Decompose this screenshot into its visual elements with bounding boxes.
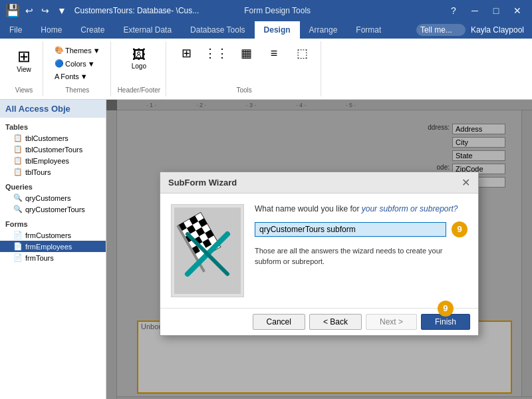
colors-dropdown-icon: ▼ [88, 60, 95, 68]
tool-2[interactable]: ⋮⋮ [201, 44, 231, 63]
subform-name-input[interactable] [255, 222, 446, 237]
fonts-dropdown-icon: ▼ [80, 72, 88, 80]
tools-title: Form Design Tools [244, 6, 311, 15]
ribbon-group-views: ⊞ View Views [5, 41, 43, 96]
finish-step-badge: 9 [438, 301, 454, 317]
sidebar-item-tbltours[interactable]: 📋 tblTours [0, 166, 106, 178]
user-name: Kayla Claypool [471, 25, 524, 35]
quick-access-toolbar: 💾 ↩ ↪ ▼ [5, 3, 69, 18]
query-icon: 🔍 [13, 194, 23, 202]
sidebar-item-qrycustomers[interactable]: 🔍 qryCustomers [0, 192, 106, 203]
tab-format[interactable]: Format [346, 21, 390, 39]
tab-create[interactable]: Create [71, 21, 114, 39]
cancel-button[interactable]: Cancel [253, 314, 305, 330]
ribbon-tabs: File Home Create External Data Database … [0, 21, 532, 39]
app-title: CustomersTours: Database- \Cus... [74, 6, 199, 15]
sidebar-header: All Access Obje [0, 100, 106, 118]
tab-home[interactable]: Home [31, 21, 71, 39]
themes-buttons: 🎨 Themes ▼ 🔵 Colors ▼ A Fonts ▼ [50, 44, 105, 82]
modal-right-content: What name would you like for your subfor… [255, 204, 467, 297]
sidebar-item-tblcustomers[interactable]: 📋 tblCustomers [0, 132, 106, 144]
table-icon-4: 📋 [13, 168, 23, 176]
sidebar-item-frmemployees[interactable]: 📄 frmEmployees [0, 241, 106, 252]
redo-button[interactable]: ↪ [39, 4, 52, 17]
modal-question-highlight: your subform or subreport? [362, 204, 458, 213]
themes-icon: 🎨 [55, 46, 64, 55]
ribbon-group-tools: ⊞ ⋮⋮ ▦ ≡ ⬚ Tools [168, 41, 321, 96]
undo-button[interactable]: ↩ [23, 4, 36, 17]
customize-quick-access[interactable]: ▼ [55, 4, 69, 17]
ribbon-group-controls: 🖼 Logo Header/Footer [112, 41, 166, 96]
sidebar: All Access Obje Tables 📋 tblCustomers 📋 … [0, 100, 106, 399]
ribbon-group-themes: 🎨 Themes ▼ 🔵 Colors ▼ A Fonts ▼ [45, 41, 111, 96]
title-bar: 💾 ↩ ↪ ▼ CustomersTours: Database- \Cus..… [0, 0, 532, 21]
sidebar-item-tblcustomertours[interactable]: 📋 tblCustomerTours [0, 144, 106, 155]
tool-4[interactable]: ≡ [261, 45, 287, 63]
sidebar-item-frmcustomers[interactable]: 📄 frmCustomers [0, 229, 106, 241]
form-icon-3: 📄 [13, 253, 23, 262]
wizard-illustration [174, 207, 241, 294]
colors-button[interactable]: 🔵 Colors ▼ [50, 57, 105, 70]
query-icon-2: 🔍 [13, 205, 23, 213]
main-area: All Access Obje Tables 📋 tblCustomers 📋 … [0, 100, 532, 399]
table-icon: 📋 [13, 134, 23, 142]
sidebar-section-forms: Forms [0, 217, 106, 229]
sidebar-item-qrycustomertours[interactable]: 🔍 qryCustomerTours [0, 203, 106, 215]
themes-button[interactable]: 🎨 Themes ▼ [50, 44, 105, 57]
colors-icon: 🔵 [55, 59, 64, 68]
modal-input-row: 9 [255, 221, 467, 237]
next-button[interactable]: Next > [366, 314, 417, 330]
modal-body: What name would you like for your subfor… [160, 194, 478, 308]
modal-overlay: SubForm Wizard ✕ [106, 100, 532, 399]
fonts-icon: A [55, 72, 59, 80]
title-bar-left: 💾 ↩ ↪ ▼ CustomersTours: Database- \Cus..… [5, 3, 311, 18]
table-icon-2: 📋 [13, 145, 23, 154]
modal-info-text: Those are all the answers the wizard nee… [255, 245, 467, 267]
app-icon: 💾 [5, 3, 20, 18]
themes-dropdown-icon: ▼ [93, 47, 100, 55]
logo-icon: 🖼 [132, 47, 146, 63]
modal-title: SubForm Wizard [168, 178, 237, 188]
ribbon: File Home Create External Data Database … [0, 21, 532, 100]
tool-1[interactable]: ⊞ [173, 44, 200, 63]
form-icon: 📄 [13, 231, 23, 239]
maximize-button[interactable]: □ [487, 1, 505, 20]
tab-file[interactable]: File [0, 21, 31, 39]
modal-question: What name would you like for your subfor… [255, 204, 467, 213]
tab-external-data[interactable]: External Data [114, 21, 181, 39]
view-button[interactable]: ⊞ View [11, 44, 37, 76]
close-button[interactable]: ✕ [508, 1, 527, 20]
sidebar-section-tables: Tables [0, 120, 106, 132]
tool-5[interactable]: ⬚ [289, 44, 315, 63]
modal-titlebar: SubForm Wizard ✕ [160, 172, 478, 194]
table-icon-3: 📋 [13, 156, 23, 165]
content-area: · 1 · · 2 · · 3 · · 4 · · 5 · ddress: Ad… [106, 100, 532, 399]
view-icon: ⊞ [17, 47, 31, 66]
back-button[interactable]: < Back [309, 314, 362, 330]
help-button[interactable]: ? [444, 1, 463, 20]
step-badge-9: 9 [452, 221, 467, 237]
ribbon-content: ⊞ View Views 🎨 Themes ▼ 🔵 Colors [0, 39, 532, 99]
wizard-image [171, 204, 244, 297]
fonts-button[interactable]: A Fonts ▼ [50, 70, 105, 82]
logo-button[interactable]: 🖼 Logo [126, 44, 152, 73]
subform-wizard-dialog: SubForm Wizard ✕ [160, 172, 479, 336]
form-icon-2: 📄 [13, 242, 23, 251]
minimize-button[interactable]: ─ [466, 1, 484, 20]
sidebar-item-frmtours[interactable]: 📄 frmTours [0, 252, 106, 263]
tool-3[interactable]: ▦ [233, 44, 259, 63]
tab-design[interactable]: Design [255, 21, 300, 39]
modal-footer: Cancel < Back Next > 9 Finish [160, 308, 478, 335]
modal-close-button[interactable]: ✕ [462, 176, 470, 189]
window-controls: ? ─ □ ✕ [444, 1, 527, 20]
tab-database-tools[interactable]: Database Tools [181, 21, 255, 39]
sidebar-section-queries: Queries [0, 180, 106, 192]
tab-arrange[interactable]: Arrange [300, 21, 347, 39]
tell-me-input[interactable]: Tell me... [416, 24, 466, 36]
sidebar-item-tblemployees[interactable]: 📋 tblEmployees [0, 155, 106, 166]
